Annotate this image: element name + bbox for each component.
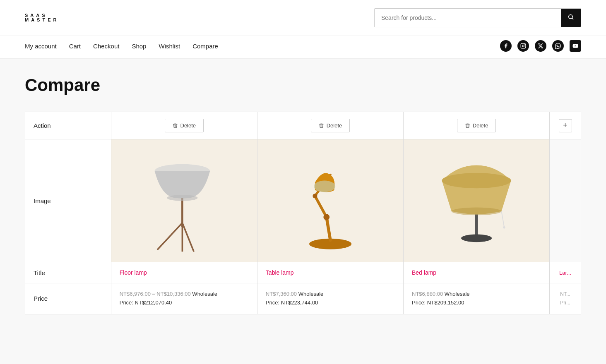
partial-title: Lar... [559, 270, 571, 276]
product-2-wholesale-text: Wholesale [298, 291, 324, 297]
product-2-title-link[interactable]: Table lamp [266, 269, 294, 276]
image-label: Image [25, 139, 111, 262]
product-3-price-label: Price: [412, 299, 426, 306]
product-2-price-label: Price: [266, 299, 279, 306]
svg-point-16 [314, 181, 335, 192]
title-row: Title Floor lamp Table lamp Bed lamp Lar… [25, 262, 581, 283]
price-label: Price [25, 283, 111, 314]
product-3-original-price: NT$6,880.00 [412, 291, 443, 297]
bed-lamp-image [412, 146, 541, 254]
svg-point-3 [522, 45, 524, 47]
nav-item-myaccount[interactable]: My account [25, 43, 57, 50]
product-2-price-cell: NT$7,360.00 Wholesale Price: NT$223,744.… [257, 283, 403, 314]
nav: My account Cart Checkout Shop Wishlist C… [0, 36, 606, 59]
trash-icon-2 [319, 123, 324, 128]
image-row: Image [25, 139, 581, 262]
product-2-title-cell: Table lamp [257, 262, 403, 283]
svg-line-8 [157, 223, 182, 250]
product-2-original-price: NT$7,360.00 [266, 291, 297, 297]
product-3-action: Delete [404, 112, 550, 139]
product-2-action: Delete [257, 112, 403, 139]
svg-point-0 [569, 15, 572, 19]
partial-image-cell [550, 139, 581, 262]
title-label: Title [25, 262, 111, 283]
trash-icon-3 [465, 123, 470, 128]
product-1-original-price: NT$6,976.00 – NT$10,336.00 [120, 291, 191, 297]
search-bar [374, 8, 581, 27]
social-icons [500, 40, 581, 52]
svg-point-23 [503, 226, 505, 229]
nav-item-wishlist[interactable]: Wishlist [159, 43, 180, 50]
product-1-action: Delete [111, 112, 257, 139]
product-1-image-cell [111, 139, 257, 262]
action-row: Action Delete Delete Delete [25, 112, 581, 139]
product-1-title-cell: Floor lamp [111, 262, 257, 283]
partial-price-cell: NT...Pri... [550, 283, 581, 314]
social-youtube[interactable] [570, 40, 581, 52]
floor-lamp-image [120, 146, 249, 254]
delete-button-1[interactable]: Delete [165, 119, 204, 132]
add-product-cell: + [550, 112, 581, 139]
svg-point-19 [442, 173, 511, 188]
product-1-wholesale-value: NT$212,070.40 [135, 299, 172, 306]
svg-point-4 [524, 44, 525, 45]
compare-table: Action Delete Delete Delete [25, 112, 581, 314]
svg-rect-2 [521, 43, 526, 48]
table-lamp-image [266, 146, 395, 254]
page-title: Compare [25, 75, 581, 95]
product-3-title-cell: Bed lamp [404, 262, 550, 283]
svg-line-9 [182, 223, 194, 252]
svg-point-18 [313, 194, 317, 198]
product-2-image-cell [257, 139, 403, 262]
add-product-button[interactable]: + [559, 119, 572, 132]
svg-point-17 [323, 214, 329, 220]
product-3-title-link[interactable]: Bed lamp [412, 269, 436, 276]
nav-item-shop[interactable]: Shop [132, 43, 146, 50]
product-1-price-cell: NT$6,976.00 – NT$10,336.00 Wholesale Pri… [111, 283, 257, 314]
svg-point-11 [167, 195, 197, 201]
header: SAAS MASTER [0, 0, 606, 36]
search-icon [568, 14, 574, 20]
product-1-title-link[interactable]: Floor lamp [120, 269, 147, 276]
product-2-wholesale-value: NT$223,744.00 [281, 299, 318, 306]
nav-links: My account Cart Checkout Shop Wishlist C… [25, 43, 218, 50]
svg-point-24 [452, 208, 502, 216]
partial-price: NT...Pri... [560, 291, 570, 306]
svg-point-21 [461, 235, 492, 242]
svg-rect-20 [475, 214, 478, 237]
trash-icon [173, 123, 178, 128]
nav-item-cart[interactable]: Cart [69, 43, 81, 50]
search-button[interactable] [561, 9, 581, 27]
social-facebook[interactable] [500, 40, 512, 52]
delete-button-2[interactable]: Delete [311, 119, 350, 132]
delete-button-3[interactable]: Delete [457, 119, 496, 132]
product-3-wholesale-text: Wholesale [445, 291, 470, 297]
social-whatsapp[interactable] [552, 40, 564, 52]
product-1-wholesale-price: Price: [120, 299, 133, 306]
product-1-wholesale-label-text: Wholesale [192, 291, 217, 297]
svg-line-22 [501, 211, 504, 227]
nav-item-checkout[interactable]: Checkout [93, 43, 119, 50]
svg-line-1 [572, 18, 573, 19]
nav-item-compare[interactable]: Compare [192, 43, 218, 50]
action-label: Action [25, 112, 111, 139]
search-input[interactable] [375, 10, 561, 26]
social-twitter[interactable] [535, 40, 546, 52]
product-3-image-cell [404, 139, 550, 262]
price-row: Price NT$6,976.00 – NT$10,336.00 Wholesa… [25, 283, 581, 314]
social-instagram[interactable] [517, 40, 529, 52]
main-content: Compare Action Delete Delete Delete [0, 59, 606, 331]
svg-line-13 [327, 217, 330, 240]
product-3-wholesale-value: NT$209,152.00 [427, 299, 464, 306]
svg-line-14 [315, 196, 327, 217]
partial-title-cell: Lar... [550, 262, 581, 283]
product-3-price-cell: NT$6,880.00 Wholesale Price: NT$209,152.… [404, 283, 550, 314]
logo: SAAS MASTER [25, 13, 59, 22]
